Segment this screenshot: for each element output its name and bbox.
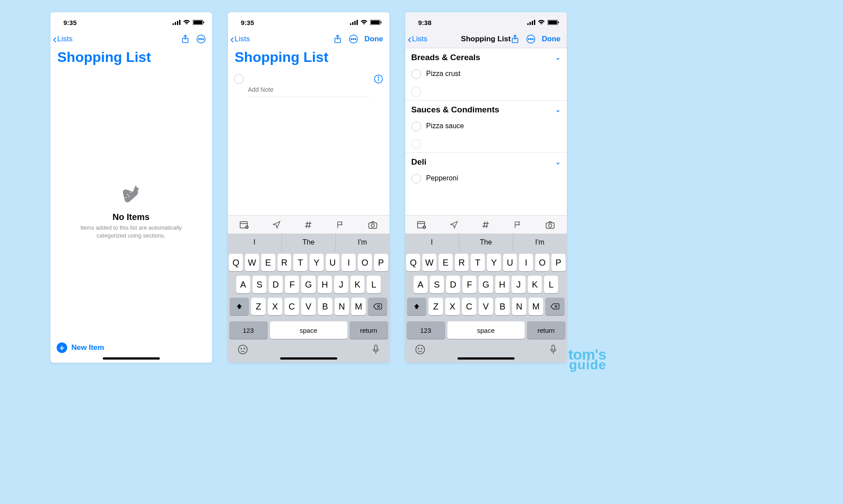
hashtag-icon[interactable] [481, 220, 490, 229]
key-l[interactable]: L [367, 276, 381, 293]
backspace-key[interactable] [545, 298, 565, 315]
reminder-checkbox[interactable] [411, 122, 421, 131]
key-h[interactable]: H [495, 276, 509, 293]
space-key[interactable]: space [270, 321, 347, 339]
dictation-icon[interactable] [549, 344, 557, 355]
key-z[interactable]: Z [429, 298, 443, 315]
key-v[interactable]: V [301, 298, 316, 315]
done-button[interactable]: Done [542, 35, 561, 43]
share-icon[interactable] [510, 34, 520, 44]
back-button[interactable]: ‹ Lists [408, 33, 428, 45]
suggestion-2[interactable]: The [282, 234, 336, 251]
key-x[interactable]: X [268, 298, 282, 315]
reminder-checkbox-placeholder[interactable] [411, 87, 421, 97]
more-icon[interactable] [349, 34, 358, 44]
more-icon[interactable] [196, 34, 206, 44]
key-g[interactable]: G [479, 276, 493, 293]
key-p[interactable]: P [374, 254, 388, 271]
key-n[interactable]: N [335, 298, 349, 315]
suggestion-3[interactable]: I'm [513, 234, 567, 251]
flag-icon[interactable] [513, 220, 522, 229]
key-j[interactable]: J [334, 276, 348, 293]
key-i[interactable]: I [519, 254, 533, 271]
share-icon[interactable] [333, 34, 342, 44]
key-i[interactable]: I [342, 254, 356, 271]
key-j[interactable]: J [512, 276, 526, 293]
reminder-title-input[interactable] [248, 73, 369, 86]
new-item-button[interactable]: ＋ New Item [57, 342, 104, 353]
backspace-key[interactable] [368, 298, 387, 315]
key-k[interactable]: K [350, 276, 364, 293]
section-header[interactable]: Deli ⌄ [405, 152, 567, 169]
location-icon[interactable] [450, 220, 458, 229]
key-y[interactable]: Y [487, 254, 501, 271]
key-e[interactable]: E [439, 254, 453, 271]
return-key[interactable]: return [527, 321, 566, 339]
key-a[interactable]: A [414, 276, 428, 293]
calendar-icon[interactable] [417, 220, 426, 229]
key-f[interactable]: F [285, 276, 299, 293]
key-b[interactable]: B [495, 298, 510, 315]
key-o[interactable]: O [358, 254, 372, 271]
list-item[interactable]: Pepperoni [405, 169, 567, 187]
key-w[interactable]: W [422, 254, 436, 271]
key-s[interactable]: S [430, 276, 444, 293]
reminder-note-input[interactable] [248, 86, 369, 97]
key-q[interactable]: Q [406, 254, 420, 271]
key-x[interactable]: X [445, 298, 460, 315]
key-h[interactable]: H [318, 276, 332, 293]
share-icon[interactable] [180, 34, 190, 44]
key-d[interactable]: D [446, 276, 460, 293]
camera-icon[interactable] [368, 220, 378, 229]
reminder-checkbox[interactable] [411, 174, 421, 184]
suggestion-2[interactable]: The [459, 234, 513, 251]
key-t[interactable]: T [471, 254, 485, 271]
list-item-placeholder[interactable] [405, 83, 567, 100]
shift-key[interactable] [230, 298, 249, 315]
info-icon[interactable] [374, 74, 383, 84]
key-z[interactable]: Z [251, 298, 266, 315]
dictation-icon[interactable] [372, 344, 380, 355]
return-key[interactable]: return [349, 321, 388, 339]
key-w[interactable]: W [245, 254, 259, 271]
reminder-checkbox-placeholder[interactable] [411, 139, 421, 149]
key-o[interactable]: O [535, 254, 549, 271]
key-c[interactable]: C [462, 298, 476, 315]
camera-icon[interactable] [545, 220, 555, 229]
back-button[interactable]: ‹ Lists [53, 33, 73, 45]
key-g[interactable]: G [301, 276, 315, 293]
hashtag-icon[interactable] [304, 220, 313, 229]
key-r[interactable]: R [455, 254, 469, 271]
key-f[interactable]: F [462, 276, 476, 293]
emoji-icon[interactable] [415, 344, 425, 355]
numbers-key[interactable]: 123 [407, 321, 445, 339]
suggestion-1[interactable]: I [405, 234, 459, 251]
key-u[interactable]: U [326, 254, 340, 271]
flag-icon[interactable] [336, 220, 345, 229]
key-e[interactable]: E [261, 254, 275, 271]
home-indicator[interactable] [458, 357, 515, 360]
calendar-icon[interactable] [239, 220, 249, 229]
list-item[interactable]: Pizza crust [405, 65, 567, 83]
emoji-icon[interactable] [238, 344, 248, 355]
key-s[interactable]: S [252, 276, 267, 293]
key-l[interactable]: L [544, 276, 558, 293]
suggestion-3[interactable]: I'm [336, 234, 389, 251]
suggestion-1[interactable]: I [228, 234, 282, 251]
back-button[interactable]: ‹ Lists [231, 33, 250, 45]
key-r[interactable]: R [277, 254, 292, 271]
more-icon[interactable] [526, 34, 536, 44]
numbers-key[interactable]: 123 [229, 321, 268, 339]
shift-key[interactable] [407, 298, 426, 315]
key-b[interactable]: B [318, 298, 332, 315]
home-indicator[interactable] [103, 357, 160, 360]
space-key[interactable]: space [447, 321, 525, 339]
home-indicator[interactable] [280, 357, 337, 360]
key-a[interactable]: A [236, 276, 250, 293]
key-p[interactable]: P [551, 254, 566, 271]
reminder-checkbox[interactable] [411, 69, 421, 79]
location-icon[interactable] [272, 220, 281, 229]
key-m[interactable]: M [529, 298, 543, 315]
key-k[interactable]: K [528, 276, 542, 293]
key-c[interactable]: C [285, 298, 299, 315]
